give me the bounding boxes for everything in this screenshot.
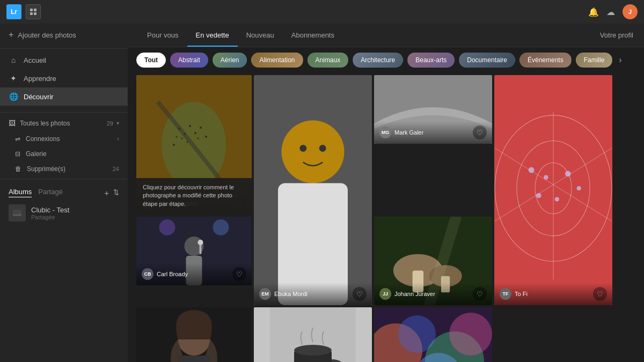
sidebar-nav-label: Découvrir <box>24 93 54 101</box>
sidebar-divider-1 <box>0 48 128 49</box>
plus-icon: + <box>9 30 13 40</box>
content-area: Pour vous En vedette Nouveau Abonnements… <box>128 24 644 362</box>
sidebar-item-accueil[interactable]: ⌂ Accueil <box>0 51 128 69</box>
photo-card-sand[interactable]: MG Mark Galer ♡ <box>374 75 492 144</box>
svg-point-17 <box>205 136 207 138</box>
sidebar-item-decouvrir[interactable]: 🌐 Découvrir <box>0 87 128 106</box>
svg-point-39 <box>159 219 175 235</box>
heart-mushroom[interactable]: ♡ <box>473 287 487 301</box>
filter-evenements[interactable]: Événements <box>519 53 572 68</box>
svg-rect-1 <box>34 9 36 11</box>
photo-grid-container: JJ Johann Juraver ♡ Cliquez pour découvr… <box>128 73 644 362</box>
discover-icon: 🌐 <box>9 92 18 101</box>
svg-point-23 <box>319 145 326 152</box>
album-item-clubic[interactable]: Clubic - Test Partagée <box>0 201 128 225</box>
cloud-icon[interactable]: ☁ <box>606 7 615 17</box>
all-photos-section[interactable]: 🖼 Toutes les photos 29 ▾ <box>0 115 128 131</box>
album-thumbnail <box>9 204 26 221</box>
heart-concert[interactable]: ♡ <box>232 267 246 281</box>
topbar-left: Lr <box>6 4 41 19</box>
albums-tabs: Albums Partagé <box>9 188 63 197</box>
galerie-label: Galerie <box>26 150 47 158</box>
photo-card-mushroom[interactable]: JJ Johann Juraver ♡ <box>374 217 492 305</box>
sort-album-icon[interactable]: ⇅ <box>113 188 119 197</box>
tab-partage[interactable]: Partagé <box>38 188 63 197</box>
photo-card-coffee[interactable]: CK ♡ <box>254 307 372 362</box>
author-name-mushroom: Johann Juraver <box>394 291 435 297</box>
filter-architecture[interactable]: Architecture <box>353 53 403 68</box>
photo-card-spider[interactable]: TF To Fi ♡ <box>494 75 612 305</box>
tab-pour-vous[interactable]: Pour vous <box>138 24 187 47</box>
sidebar-item-supprimees[interactable]: 🗑 Supprimée(s) 24 <box>0 161 128 176</box>
photo-card-concert[interactable]: CB Carl Broady ♡ <box>136 217 252 285</box>
author-spider: TF To Fi <box>500 288 528 300</box>
svg-rect-56 <box>356 307 372 362</box>
filter-abstrait[interactable]: Abstrait <box>170 53 208 68</box>
learn-icon: ✦ <box>9 74 18 83</box>
photo-card-bokeh[interactable]: BK ♡ <box>374 307 492 362</box>
author-portrait: EM Ebuka Mordi <box>259 288 308 300</box>
photos-count: 29 <box>107 120 113 127</box>
lightroom-icon[interactable]: Lr <box>6 4 21 19</box>
sidebar-item-galerie[interactable]: ⊟ Galerie <box>0 146 128 161</box>
filter-bar: Tout Abstrait Aérien Alimentation Animau… <box>128 47 644 73</box>
sidebar: + Ajouter des photos ⌂ Accueil ✦ Apprend… <box>0 24 128 362</box>
author-name-concert: Carl Broady <box>157 271 188 277</box>
supprimees-label: Supprimée(s) <box>27 165 65 173</box>
filter-documentaire[interactable]: Documentaire <box>459 53 515 68</box>
svg-point-18 <box>176 136 178 138</box>
author-name-portrait: Ebuka Mordi <box>274 291 308 297</box>
svg-point-44 <box>198 240 203 245</box>
svg-point-58 <box>294 345 332 356</box>
filter-beaux-arts[interactable]: Beaux-arts <box>407 53 455 68</box>
add-photos-button[interactable]: + Ajouter des photos <box>0 24 128 46</box>
author-sand: MG Mark Galer <box>379 127 423 138</box>
filter-scroll-right[interactable]: › <box>617 53 624 67</box>
connexions-label: Connexions <box>26 135 60 143</box>
tab-en-vedette[interactable]: En vedette <box>187 24 238 47</box>
svg-point-13 <box>181 138 183 139</box>
topbar-right: 🔔 ☁ J <box>588 4 638 19</box>
heart-portrait[interactable]: ♡ <box>353 287 367 301</box>
sidebar-item-apprendre[interactable]: ✦ Apprendre <box>0 69 128 87</box>
sidebar-item-connexions[interactable]: ⇌ Connexions ‹ <box>0 131 128 146</box>
photo-card-portrait[interactable]: EM Ebuka Mordi ♡ <box>254 75 372 305</box>
svg-point-36 <box>536 193 541 198</box>
photo-card-aerial[interactable]: JJ Johann Juraver ♡ Cliquez pour découvr… <box>136 75 252 215</box>
heart-sand[interactable]: ♡ <box>473 125 487 139</box>
votre-profil-link[interactable]: Votre profil <box>600 31 633 39</box>
tab-albums[interactable]: Albums <box>9 188 32 197</box>
add-album-icon[interactable]: + <box>104 188 109 197</box>
avatar[interactable]: J <box>623 4 638 19</box>
author-avatar-mushroom: JJ <box>379 288 391 300</box>
panel-icon[interactable] <box>26 4 41 19</box>
tab-abonnements[interactable]: Abonnements <box>283 24 343 47</box>
sidebar-nav-label: Accueil <box>24 56 46 64</box>
svg-point-10 <box>189 125 191 127</box>
album-name: Clubic - Test <box>31 206 69 214</box>
tab-nouveau[interactable]: Nouveau <box>238 24 283 47</box>
all-photos-controls: 29 ▾ <box>107 120 119 127</box>
filter-animaux[interactable]: Animaux <box>308 53 349 68</box>
svg-point-12 <box>200 127 202 129</box>
album-info: Clubic - Test Partagée <box>31 206 69 220</box>
tooltip-aerial: Cliquez pour découvrir comment le photog… <box>136 178 252 215</box>
filter-famille[interactable]: Famille <box>576 53 613 68</box>
all-photos-header-content: 🖼 Toutes les photos <box>9 119 70 127</box>
svg-point-35 <box>577 186 581 190</box>
photo-card-woman[interactable]: IM Ilya Mykhalych ♡ <box>136 307 252 362</box>
filter-tout[interactable]: Tout <box>136 53 166 68</box>
topbar: Lr 🔔 ☁ J <box>0 0 644 24</box>
svg-rect-0 <box>30 9 33 11</box>
sidebar-nav-label: Apprendre <box>24 75 56 83</box>
sidebar-divider-3 <box>0 179 128 179</box>
heart-spider[interactable]: ♡ <box>593 287 607 301</box>
svg-point-34 <box>565 171 571 176</box>
author-mushroom: JJ Johann Juraver <box>379 288 435 300</box>
albums-actions: + ⇅ <box>104 188 119 197</box>
filter-aerien[interactable]: Aérien <box>213 53 247 68</box>
filter-alimentation[interactable]: Alimentation <box>251 53 303 68</box>
author-avatar-sand: MG <box>379 127 391 138</box>
connexions-collapse-icon: ‹ <box>117 135 119 143</box>
notification-icon[interactable]: 🔔 <box>588 7 599 17</box>
